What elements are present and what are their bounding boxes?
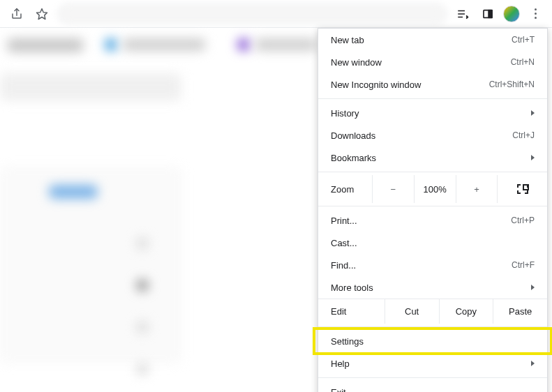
menu-label: Cast... xyxy=(331,238,535,248)
menu-shortcut: Ctrl+P xyxy=(511,216,535,225)
menu-item-new-incognito[interactable]: New Incognito window Ctrl+Shift+N xyxy=(318,73,547,96)
customize-menu-button[interactable] xyxy=(525,4,545,24)
menu-label: Downloads xyxy=(331,130,512,141)
menu-separator xyxy=(318,172,547,172)
chevron-right-icon xyxy=(531,110,535,116)
menu-item-history[interactable]: History xyxy=(318,102,547,124)
menu-shortcut: Ctrl+T xyxy=(512,35,535,45)
profile-avatar[interactable] xyxy=(503,6,520,22)
side-panel-icon[interactable] xyxy=(478,4,498,24)
menu-item-help[interactable]: Help xyxy=(318,352,547,375)
menu-separator xyxy=(318,377,547,378)
menu-shortcut: Ctrl+Shift+N xyxy=(489,80,535,89)
menu-item-print[interactable]: Print... Ctrl+P xyxy=(318,209,547,232)
chevron-right-icon xyxy=(531,361,535,366)
menu-item-more-tools[interactable]: More tools xyxy=(318,276,547,299)
menu-item-exit[interactable]: Exit xyxy=(318,381,547,392)
menu-item-bookmarks[interactable]: Bookmarks xyxy=(318,146,547,169)
menu-shortcut: Ctrl+F xyxy=(512,260,535,270)
menu-item-find[interactable]: Find... Ctrl+F xyxy=(318,254,547,276)
paste-button[interactable]: Paste xyxy=(493,299,547,324)
zoom-in-button[interactable]: + xyxy=(456,175,498,203)
svg-rect-4 xyxy=(488,10,492,17)
address-bar[interactable] xyxy=(57,3,447,24)
menu-item-new-tab[interactable]: New tab Ctrl+T xyxy=(318,29,547,51)
menu-label: Print... xyxy=(331,216,511,226)
menu-item-cast[interactable]: Cast... xyxy=(318,232,547,254)
cut-button[interactable]: Cut xyxy=(385,299,439,324)
menu-item-settings[interactable]: Settings xyxy=(318,330,547,352)
menu-label: Help xyxy=(331,359,531,369)
browser-toolbar xyxy=(0,0,552,28)
chevron-right-icon xyxy=(531,285,535,290)
chrome-main-menu: New tab Ctrl+T New window Ctrl+N New Inc… xyxy=(318,28,548,392)
menu-label: New tab xyxy=(331,35,512,45)
menu-item-new-window[interactable]: New window Ctrl+N xyxy=(318,51,547,73)
menu-separator xyxy=(318,206,547,206)
zoom-value: 100% xyxy=(414,175,456,203)
menu-label: Find... xyxy=(331,260,512,271)
media-icon[interactable] xyxy=(453,4,472,24)
menu-label: Edit xyxy=(331,306,385,317)
copy-button[interactable]: Copy xyxy=(439,299,493,324)
menu-label: New window xyxy=(331,57,511,68)
zoom-out-button[interactable]: − xyxy=(372,175,414,203)
menu-label: Zoom xyxy=(331,184,372,195)
menu-shortcut: Ctrl+J xyxy=(512,130,535,140)
fullscreen-button[interactable] xyxy=(497,175,547,203)
menu-label: Bookmarks xyxy=(331,153,531,163)
fullscreen-icon xyxy=(517,184,528,194)
menu-label: Settings xyxy=(331,336,535,347)
menu-label: Exit xyxy=(331,387,535,393)
star-icon[interactable] xyxy=(32,4,52,24)
menu-separator xyxy=(318,326,547,327)
menu-shortcut: Ctrl+N xyxy=(511,57,535,67)
chevron-right-icon xyxy=(531,155,535,160)
menu-item-edit: Edit Cut Copy Paste xyxy=(318,299,547,324)
svg-marker-1 xyxy=(37,8,47,19)
menu-item-zoom: Zoom − 100% + xyxy=(318,175,547,203)
menu-item-downloads[interactable]: Downloads Ctrl+J xyxy=(318,124,547,146)
menu-label: History xyxy=(331,108,531,119)
menu-separator xyxy=(318,98,547,99)
menu-label: More tools xyxy=(331,282,531,293)
menu-label: New Incognito window xyxy=(331,80,489,90)
share-icon[interactable] xyxy=(7,4,27,24)
